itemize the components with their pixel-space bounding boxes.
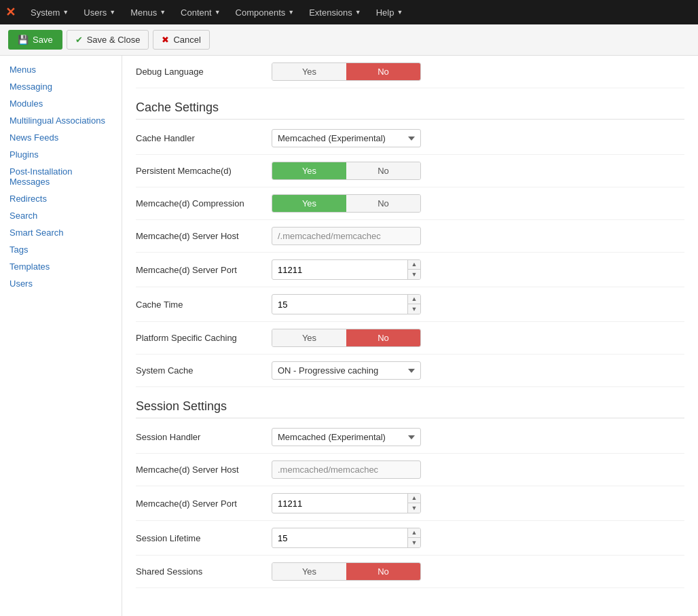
cache-server-port-input[interactable] xyxy=(272,261,407,278)
nav-help[interactable]: Help ▼ xyxy=(369,2,410,23)
sidebar-item-redirects[interactable]: Redirects xyxy=(0,190,122,207)
joomla-logo: ✕ xyxy=(5,5,16,20)
cache-server-port-row: Memcache(d) Server Port ▲ ▼ xyxy=(136,253,684,287)
cache-time-up[interactable]: ▲ xyxy=(408,295,420,304)
compression-row: Memcache(d) Compression Yes No xyxy=(136,187,684,220)
persistent-no[interactable]: No xyxy=(346,162,420,179)
session-server-port-label: Memcache(d) Server Port xyxy=(136,499,272,509)
nav-content-arrow: ▼ xyxy=(215,9,221,16)
topbar-nav: System ▼ Users ▼ Menus ▼ Content ▼ Compo… xyxy=(24,2,409,23)
session-lifetime-wrapper: ▲ ▼ xyxy=(272,528,421,548)
sidebar-item-menus[interactable]: Menus xyxy=(0,61,122,78)
cache-server-port-wrapper: ▲ ▼ xyxy=(272,259,421,280)
platform-caching-label: Platform Specific Caching xyxy=(136,333,272,343)
main-container: Menus Messaging Modules Multilingual Ass… xyxy=(0,56,698,616)
debug-language-control: Yes No xyxy=(272,62,684,81)
shared-sessions-label: Shared Sessions xyxy=(136,566,272,577)
sidebar-item-tags[interactable]: Tags xyxy=(0,241,122,258)
check-icon: ✔ xyxy=(75,35,83,45)
topbar: ✕ System ▼ Users ▼ Menus ▼ Content ▼ Com… xyxy=(0,0,698,24)
debug-language-row: Debug Language Yes No xyxy=(136,56,684,88)
platform-caching-yes[interactable]: Yes xyxy=(272,329,346,346)
save-button[interactable]: 💾 Save xyxy=(8,30,62,50)
platform-caching-no[interactable]: No xyxy=(346,329,420,346)
cache-handler-row: Cache Handler Memcached (Experimental)Fi… xyxy=(136,122,684,155)
sidebar-item-modules[interactable]: Modules xyxy=(0,95,122,112)
cache-server-host-label: Memcache(d) Server Host xyxy=(136,231,272,241)
system-cache-row: System Cache ON - Progressive cachingON … xyxy=(136,355,684,387)
cache-server-host-input[interactable] xyxy=(272,227,421,245)
toolbar: 💾 Save ✔ Save & Close ✖ Cancel xyxy=(0,24,698,56)
sidebar-item-users[interactable]: Users xyxy=(0,275,122,292)
platform-caching-toggle: Yes No xyxy=(272,329,421,347)
sidebar-item-search[interactable]: Search xyxy=(0,207,122,224)
platform-caching-control: Yes No xyxy=(272,329,684,347)
nav-components[interactable]: Components ▼ xyxy=(229,2,301,23)
session-settings-heading: Session Settings xyxy=(136,399,684,418)
debug-language-no[interactable]: No xyxy=(346,63,420,80)
cancel-button[interactable]: ✖ Cancel xyxy=(153,30,209,50)
session-lifetime-row: Session Lifetime ▲ ▼ xyxy=(136,521,684,556)
nav-extensions[interactable]: Extensions ▼ xyxy=(302,2,368,23)
nav-extensions-arrow: ▼ xyxy=(355,9,361,16)
sidebar-item-multilingual[interactable]: Multilingual Associations xyxy=(0,112,122,129)
cache-time-row: Cache Time ▲ ▼ xyxy=(136,287,684,322)
session-lifetime-label: Session Lifetime xyxy=(136,533,272,543)
cache-time-control: ▲ ▼ xyxy=(272,294,684,314)
session-lifetime-control: ▲ ▼ xyxy=(272,528,684,548)
cache-server-port-spinners: ▲ ▼ xyxy=(407,260,420,279)
compression-control: Yes No xyxy=(272,194,684,213)
debug-language-yes[interactable]: Yes xyxy=(272,63,346,80)
session-lifetime-down[interactable]: ▼ xyxy=(408,538,420,547)
shared-sessions-yes[interactable]: Yes xyxy=(272,563,346,580)
cache-server-host-row: Memcache(d) Server Host xyxy=(136,220,684,253)
sidebar-item-smartsearch[interactable]: Smart Search xyxy=(0,224,122,241)
compression-no[interactable]: No xyxy=(346,195,420,212)
persistent-yes[interactable]: Yes xyxy=(272,162,346,179)
session-lifetime-spinners: ▲ ▼ xyxy=(407,528,420,547)
persistent-memcache-control: Yes No xyxy=(272,162,684,180)
sidebar-item-templates[interactable]: Templates xyxy=(0,258,122,275)
nav-content[interactable]: Content ▼ xyxy=(174,2,227,23)
nav-system[interactable]: System ▼ xyxy=(24,2,75,23)
nav-system-arrow: ▼ xyxy=(62,9,69,16)
sidebar-item-newsfeeds[interactable]: News Feeds xyxy=(0,129,122,146)
session-server-port-input[interactable] xyxy=(272,495,407,512)
persistent-memcache-label: Persistent Memcache(d) xyxy=(136,166,272,176)
nav-menus[interactable]: Menus ▼ xyxy=(124,2,172,23)
save-icon: 💾 xyxy=(18,35,29,45)
cache-server-port-control: ▲ ▼ xyxy=(272,259,684,280)
cache-time-input[interactable] xyxy=(272,296,407,313)
debug-language-toggle: Yes No xyxy=(272,62,421,81)
session-handler-row: Session Handler Memcached (Experimental)… xyxy=(136,421,684,454)
nav-users[interactable]: Users ▼ xyxy=(77,2,122,23)
session-lifetime-input[interactable] xyxy=(272,530,407,547)
cache-server-port-down[interactable]: ▼ xyxy=(408,270,420,279)
cache-time-down[interactable]: ▼ xyxy=(408,304,420,314)
compression-toggle: Yes No xyxy=(272,194,421,213)
session-server-port-spinners: ▲ ▼ xyxy=(407,494,420,513)
sidebar-item-postinstall[interactable]: Post-Installation Messages xyxy=(0,163,122,190)
compression-yes[interactable]: Yes xyxy=(272,195,346,212)
session-server-port-up[interactable]: ▲ xyxy=(408,494,420,503)
nav-menus-arrow: ▼ xyxy=(160,9,166,16)
system-cache-control: ON - Progressive cachingON - Conservativ… xyxy=(272,361,684,380)
cache-server-port-up[interactable]: ▲ xyxy=(408,260,420,270)
session-server-port-control: ▲ ▼ xyxy=(272,493,684,513)
sidebar-item-plugins[interactable]: Plugins xyxy=(0,146,122,163)
sidebar-item-messaging[interactable]: Messaging xyxy=(0,78,122,95)
cache-handler-select[interactable]: Memcached (Experimental)FileAPC xyxy=(272,129,421,147)
debug-language-label: Debug Language xyxy=(136,67,272,77)
shared-sessions-no[interactable]: No xyxy=(346,563,420,580)
save-close-button[interactable]: ✔ Save & Close xyxy=(67,30,149,50)
session-lifetime-up[interactable]: ▲ xyxy=(408,528,420,538)
session-server-host-input[interactable] xyxy=(272,460,421,479)
content-area: Debug Language Yes No Cache Settings Cac… xyxy=(122,56,698,616)
session-server-host-row: Memcache(d) Server Host xyxy=(136,454,684,486)
session-server-port-down[interactable]: ▼ xyxy=(408,503,420,513)
session-handler-select[interactable]: Memcached (Experimental)DatabaseFilesyst… xyxy=(272,428,421,446)
system-cache-select[interactable]: ON - Progressive cachingON - Conservativ… xyxy=(272,361,421,380)
session-server-port-wrapper: ▲ ▼ xyxy=(272,493,421,513)
session-handler-label: Session Handler xyxy=(136,432,272,442)
compression-label: Memcache(d) Compression xyxy=(136,198,272,209)
